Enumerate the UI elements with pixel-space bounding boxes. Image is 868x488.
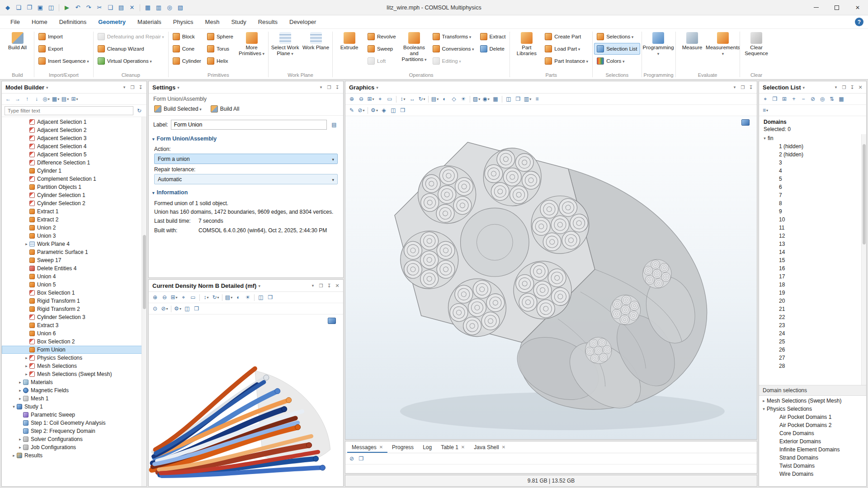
- separator[interactable]: [502, 96, 502, 103]
- build-all-objects-button[interactable]: Build All: [209, 104, 241, 113]
- pin-panel-icon[interactable]: [137, 83, 145, 91]
- tree-item[interactable]: Extract 3: [2, 321, 146, 329]
- separator[interactable]: [222, 294, 222, 301]
- colors-button[interactable]: Colors: [594, 55, 640, 67]
- move-down-icon[interactable]: ↓: [32, 94, 41, 103]
- tree-item[interactable]: Mesh Selections: [2, 362, 146, 370]
- domain-entry[interactable]: 24: [759, 329, 866, 338]
- redo-icon[interactable]: ↷: [84, 3, 94, 13]
- domain-entry[interactable]: 13: [759, 240, 866, 248]
- camera-icon[interactable]: ◫: [389, 106, 398, 115]
- repair-tolerance-select[interactable]: Automatic: [154, 174, 338, 184]
- label-input[interactable]: [171, 120, 327, 130]
- expand-arrow-icon[interactable]: [762, 136, 768, 141]
- pin-panel-icon[interactable]: [325, 282, 333, 290]
- file-tab[interactable]: File: [5, 16, 26, 28]
- tree-item[interactable]: Box Selection 1: [2, 289, 146, 297]
- separator[interactable]: [396, 96, 396, 103]
- tree-item[interactable]: Step 2: Frequency Domain: [2, 427, 146, 435]
- scrollbar[interactable]: [861, 134, 866, 385]
- scene-settings-icon[interactable]: ▤: [430, 94, 439, 103]
- copy-icon[interactable]: ❑: [105, 3, 115, 13]
- create-selection-icon[interactable]: ⊞: [780, 94, 789, 103]
- home-tab[interactable]: Home: [26, 16, 53, 28]
- materials-tab[interactable]: Materials: [132, 16, 167, 28]
- cone-button[interactable]: Cone: [170, 43, 204, 55]
- build-all-button[interactable]: Build All: [2, 31, 33, 72]
- panel-menu-icon[interactable]: [832, 83, 840, 91]
- domain-entry[interactable]: 18: [759, 281, 866, 289]
- material-color-icon[interactable]: ◈: [379, 106, 388, 115]
- tree-item[interactable]: Materials: [2, 378, 146, 386]
- expand-arrow-icon[interactable]: [17, 396, 23, 401]
- chevron-down-icon[interactable]: [376, 84, 378, 90]
- image-snapshot-icon[interactable]: ◫: [256, 293, 265, 302]
- panel-menu-icon[interactable]: [317, 83, 325, 91]
- domain-selection-item[interactable]: Core Domains: [759, 429, 866, 437]
- domain-entry[interactable]: 4: [759, 167, 866, 175]
- expand-arrow-icon[interactable]: [24, 372, 29, 376]
- tree-item[interactable]: Rigid Transform 2: [2, 305, 146, 313]
- tree-item[interactable]: Adjacent Selection 4: [2, 142, 146, 150]
- tree-item[interactable]: Cylinder Selection 2: [2, 199, 146, 207]
- go-to-default-view-icon[interactable]: ⌖: [376, 94, 385, 103]
- delete-icon[interactable]: ✕: [127, 3, 137, 13]
- selection-list-button[interactable]: Selection List: [594, 43, 640, 55]
- results-tab[interactable]: Results: [252, 16, 283, 28]
- expand-arrow-icon[interactable]: [11, 404, 17, 409]
- view-orientation-icon[interactable]: ↕: [202, 293, 211, 302]
- separator[interactable]: [368, 107, 368, 114]
- compute-icon[interactable]: ▶: [62, 3, 72, 13]
- domain-entry[interactable]: 12: [759, 232, 866, 240]
- domain-entry[interactable]: 7: [759, 191, 866, 199]
- annotation-icon[interactable]: ✎: [347, 106, 356, 115]
- print-plot-icon[interactable]: ❒: [192, 304, 201, 313]
- domain-entry[interactable]: 16: [759, 264, 866, 272]
- tree-item[interactable]: Parametric Sweep: [2, 411, 146, 419]
- expand-arrow-icon[interactable]: [17, 380, 23, 385]
- tree-item[interactable]: Delete Entities 4: [2, 264, 146, 272]
- save-icon[interactable]: ▣: [35, 3, 45, 13]
- panel-menu-icon[interactable]: [120, 83, 128, 91]
- tree-item[interactable]: Difference Selection 1: [2, 159, 146, 167]
- forward-icon[interactable]: →: [13, 94, 22, 103]
- domain-selection-item[interactable]: Air Pocket Domains 1: [759, 413, 866, 421]
- pan-icon[interactable]: ↔: [408, 94, 417, 103]
- programming-button[interactable]: Programming: [643, 31, 674, 72]
- scene-light-icon[interactable]: ☀: [243, 293, 252, 302]
- editing-button[interactable]: Editing: [430, 55, 477, 67]
- zoom-out-icon[interactable]: ⊖: [160, 293, 169, 302]
- selection-group-fin[interactable]: fin: [759, 134, 866, 142]
- extract-button[interactable]: Extract: [477, 31, 509, 42]
- table-1-tab[interactable]: Table 1: [436, 441, 469, 453]
- domain-entry[interactable]: 17: [759, 272, 866, 281]
- booleans-and-partitions-button[interactable]: Booleans and Partitions: [399, 31, 429, 72]
- domain-entry[interactable]: 22: [759, 313, 866, 321]
- loft-button[interactable]: Loft: [365, 55, 399, 67]
- undo-icon[interactable]: ↶: [73, 3, 83, 13]
- tree-item-form-union[interactable]: Form Union: [2, 346, 146, 354]
- tree-item[interactable]: Rigid Transform 1: [2, 297, 146, 305]
- tree-item[interactable]: Results: [2, 451, 146, 460]
- expand-arrow-icon[interactable]: [11, 453, 17, 458]
- tree-item[interactable]: Parametric Surface 1: [2, 248, 146, 256]
- clear-selection-icon[interactable]: ⊘: [160, 304, 169, 313]
- tree-item[interactable]: Complement Selection 1: [2, 175, 146, 183]
- cleanup-wizard-button[interactable]: Cleanup Wizard: [95, 43, 167, 55]
- scene-settings-icon[interactable]: ▤: [224, 293, 233, 302]
- domain-selection-item[interactable]: Air Pocket Domains 2: [759, 421, 866, 429]
- wireframe-icon[interactable]: ◇: [449, 94, 458, 103]
- help-icon[interactable]: ?: [855, 18, 863, 26]
- zoom-out-icon[interactable]: ⊖: [357, 94, 366, 103]
- chevron-down-icon[interactable]: [46, 84, 48, 90]
- measurements-button[interactable]: Measurements: [708, 31, 738, 72]
- copy-selection-icon[interactable]: ❐: [770, 94, 779, 103]
- selections-button[interactable]: Selections: [594, 31, 640, 42]
- tree-item[interactable]: Box Selection 2: [2, 338, 146, 346]
- tree-item[interactable]: Adjacent Selection 2: [2, 126, 146, 134]
- expand-arrow-icon[interactable]: [17, 437, 23, 441]
- expand-arrow-icon[interactable]: [761, 399, 767, 403]
- insert-sequence-button[interactable]: Insert Sequence: [36, 55, 92, 67]
- new-file-icon[interactable]: ❏: [14, 3, 24, 13]
- clear-sequence-button[interactable]: Clear Sequence: [741, 31, 772, 72]
